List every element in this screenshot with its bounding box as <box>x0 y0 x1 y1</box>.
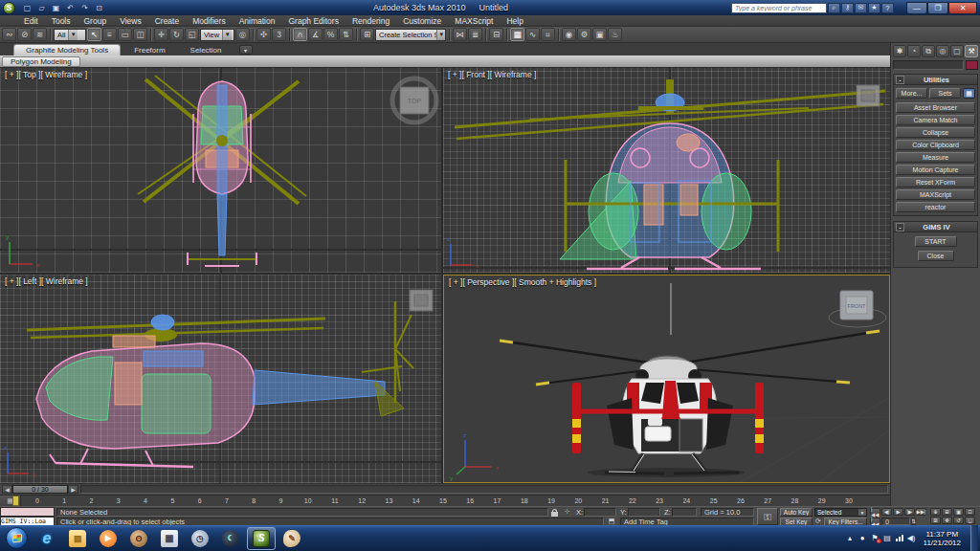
frame-tick-23[interactable]: 23 <box>653 496 666 506</box>
menu-animation[interactable]: Animation <box>233 16 282 26</box>
frame-tick-27[interactable]: 27 <box>761 496 774 506</box>
frame-tick-28[interactable]: 28 <box>788 496 801 506</box>
frame-tick-14[interactable]: 14 <box>410 496 423 506</box>
frame-tick-5[interactable]: 5 <box>166 496 179 506</box>
pan-icon[interactable]: ✥ <box>942 517 952 524</box>
undo-icon[interactable]: ↶ <box>64 2 77 13</box>
window-crossing-icon[interactable]: ◫ <box>133 28 147 41</box>
y-coord-field[interactable] <box>628 508 660 517</box>
frame-tick-12[interactable]: 12 <box>355 496 368 506</box>
chevron-down-icon[interactable]: ▼ <box>68 30 78 40</box>
ribbon-collapse-icon[interactable]: ▾ <box>239 45 253 55</box>
schematic-view-icon[interactable]: ⌗ <box>541 28 555 41</box>
dark-app-icon[interactable]: ☾ <box>216 527 245 550</box>
modify-tab-icon[interactable]: ◔ <box>907 45 921 57</box>
frame-spinner[interactable]: ⇅ <box>911 518 916 525</box>
zoom-region-icon[interactable]: ⊠ <box>930 517 941 524</box>
select-and-manipulate-icon[interactable]: ✣ <box>256 28 271 41</box>
tray-expand-icon[interactable]: ▴ <box>846 534 855 542</box>
ribbon-tab-graphite-modeling-tools[interactable]: Graphite Modeling Tools <box>13 44 121 55</box>
ribbon-tab-selection[interactable]: Selection <box>179 45 234 55</box>
percent-snap-icon[interactable]: % <box>323 28 338 41</box>
viewport-perspective-label[interactable]: [ + ][ Perspective ][ Smooth + Highlight… <box>449 277 596 287</box>
create-tab-icon[interactable]: ✱ <box>893 45 906 57</box>
align-icon[interactable]: ≣ <box>468 28 482 41</box>
favorites-icon[interactable]: ★ <box>868 3 880 13</box>
current-frame-marker[interactable] <box>12 496 19 506</box>
named-selection-sets-dropdown[interactable]: Create Selection Se▼ <box>375 29 446 41</box>
utility-reset-xform[interactable]: Reset XForm <box>896 177 975 187</box>
project-folder-icon[interactable]: ⊡ <box>93 2 105 13</box>
auto-key-button[interactable]: Auto Key <box>780 508 813 517</box>
frame-tick-1[interactable]: 1 <box>57 496 71 506</box>
color-swatch[interactable] <box>966 60 978 70</box>
infocenter-search-input[interactable] <box>731 3 827 13</box>
frame-tick-30[interactable]: 30 <box>842 496 856 506</box>
ribbon-tab-freeform[interactable]: Freeform <box>122 45 176 55</box>
display-tab-icon[interactable]: ▢ <box>950 45 964 57</box>
frame-tick-16[interactable]: 16 <box>463 496 477 506</box>
collapse-icon[interactable]: - <box>896 76 904 84</box>
menu-group[interactable]: Group <box>78 16 114 26</box>
frame-tick-13[interactable]: 13 <box>382 496 395 506</box>
select-and-move-icon[interactable]: ✛ <box>154 28 168 41</box>
menu-maxscript[interactable]: MAXScript <box>448 16 500 26</box>
key-mode-dropdown[interactable]: Selected▼ <box>814 508 867 517</box>
new-scene-icon[interactable]: ▢ <box>21 2 33 13</box>
material-editor-icon[interactable]: ◉ <box>562 28 576 41</box>
frame-tick-7[interactable]: 7 <box>220 496 234 506</box>
chevron-down-icon[interactable]: ▼ <box>436 30 445 40</box>
selection-filter-dropdown[interactable]: All▼ <box>54 29 86 41</box>
tray-app-icon[interactable]: ● <box>858 534 867 542</box>
update-icon[interactable]: ▤ <box>883 534 892 542</box>
bind-to-space-warp-icon[interactable]: ≋ <box>33 28 47 41</box>
communication-icon[interactable]: ✉ <box>855 3 867 13</box>
graphite-ribbon-toggle-icon[interactable]: ▦ <box>510 28 524 41</box>
edit-named-selections-icon[interactable]: ⊞ <box>360 28 374 41</box>
menu-help[interactable]: Help <box>500 16 529 26</box>
hierarchy-tab-icon[interactable]: ⧉ <box>922 45 935 57</box>
render-production-icon[interactable]: ♨ <box>608 28 622 41</box>
time-tag-cube-icon[interactable]: ⬒ <box>607 518 616 525</box>
frame-tick-6[interactable]: 6 <box>193 496 207 506</box>
taskbar-clock[interactable]: 11:37 PM 11/21/2012 <box>924 530 961 547</box>
app-logo-icon[interactable]: S <box>3 2 15 14</box>
minimize-button[interactable]: — <box>906 2 927 14</box>
next-frame-arrow[interactable]: ▶ <box>68 485 78 494</box>
orbit-icon[interactable]: ↺ <box>953 517 964 524</box>
frame-tick-29[interactable]: 29 <box>815 496 829 506</box>
absolute-offset-toggle-icon[interactable]: ⊹ <box>563 508 572 516</box>
sets-button[interactable]: Sets <box>929 88 961 99</box>
frame-tick-2[interactable]: 2 <box>85 496 99 506</box>
frame-tick-10[interactable]: 10 <box>301 496 315 506</box>
configure-button-sets-icon[interactable]: ▦ <box>963 88 975 99</box>
utility-motion-capture[interactable]: Motion Capture <box>896 165 975 175</box>
show-desktop-button[interactable] <box>970 525 978 551</box>
viewport-front[interactable]: [ + ][ Front ][ Wireframe ] <box>443 68 890 273</box>
frame-tick-11[interactable]: 11 <box>328 496 342 506</box>
frame-tick-24[interactable]: 24 <box>679 496 693 506</box>
select-and-rotate-icon[interactable]: ↻ <box>169 28 184 41</box>
play-animation-icon[interactable]: ▶ <box>893 508 903 516</box>
utility-camera-match[interactable]: Camera Match <box>896 115 975 125</box>
close-button[interactable]: ✕ <box>948 2 977 14</box>
calculator-icon[interactable]: ▦ <box>155 527 184 550</box>
viewport-perspective[interactable]: [ + ][ Perspective ][ Smooth + Highlight… <box>443 275 890 483</box>
set-keys-key-icon[interactable]: ⚿ <box>757 508 778 525</box>
paint-icon[interactable]: ✎ <box>278 527 306 550</box>
frame-tick-22[interactable]: 22 <box>626 496 639 506</box>
zoom-all-icon[interactable]: ⊞ <box>942 508 952 516</box>
frame-ruler[interactable]: 0123456789101112131415161718192021222324… <box>21 496 861 506</box>
zoom-extents-all-icon[interactable]: ⊡ <box>965 508 975 516</box>
current-frame-field[interactable]: 0 <box>881 518 910 525</box>
gims-rollout-header[interactable]: - GIMS IV <box>894 222 977 232</box>
frame-tick-9[interactable]: 9 <box>274 496 287 506</box>
3ds-max-icon[interactable]: S <box>247 527 276 550</box>
start-button[interactable] <box>6 527 28 549</box>
menu-modifiers[interactable]: Modifiers <box>186 16 232 26</box>
rectangular-selection-region-icon[interactable]: ▭ <box>118 28 132 41</box>
utility-maxscript[interactable]: MAXScript <box>896 189 975 200</box>
previous-frame-icon[interactable]: ◀| <box>881 508 892 516</box>
zoom-extents-icon[interactable]: ▣ <box>953 508 964 516</box>
motion-tab-icon[interactable]: ◎ <box>936 45 949 57</box>
